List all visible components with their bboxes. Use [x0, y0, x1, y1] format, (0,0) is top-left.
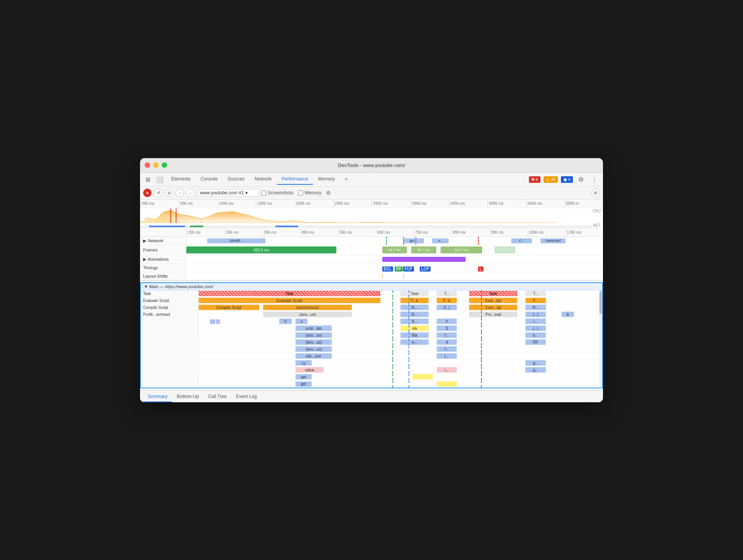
vertical-scrollbar[interactable] [599, 290, 602, 388]
warning-icon: ⚠ [546, 177, 550, 182]
flame-content-4: V v $... V i... [199, 318, 602, 325]
layout-shifts-label: Layout Shifts [140, 272, 186, 280]
url-selector[interactable]: www.youtube.com #1 ▾ [197, 189, 259, 197]
info-badge[interactable]: ▣ 6 [561, 176, 573, 183]
clear-button[interactable]: ⊘ [165, 189, 173, 197]
network-block-2: gui... [403, 238, 424, 243]
minimize-button[interactable] [153, 162, 159, 168]
tab-more[interactable]: » [340, 174, 352, 185]
timings-content: DCL FP FCP LCP L [186, 264, 603, 272]
settings-icon[interactable]: ⚙ [576, 174, 586, 185]
get-block-1: get [296, 381, 312, 387]
animations-content [186, 255, 603, 263]
flame-chart[interactable]: Task Task Task T... Task T... [141, 290, 602, 388]
flame-content-8: (ano...us) f... [199, 346, 602, 353]
settings-small-icon[interactable]: ⚙ [326, 190, 331, 196]
ruler-mark-4: 2496 ms [294, 200, 333, 208]
error-badge[interactable]: ✖ 8 [529, 176, 540, 183]
flame-content-task: Task Task T... Task T... [199, 290, 602, 297]
open-paren-block: (... [437, 353, 457, 359]
i-block-2: i... [437, 367, 457, 373]
flame-content-7: (ano...us) e... d RF [199, 339, 602, 346]
get-block-0: get [296, 374, 312, 380]
paren-block: (...) [525, 326, 545, 331]
value-block: value [296, 367, 324, 373]
scrollbar-thumb[interactable] [599, 291, 602, 314]
profiling-block-2: Pro...ead [469, 312, 518, 317]
warning-badge[interactable]: ⚠ 30 [544, 176, 558, 183]
flame-row-4: V v $... V i... [141, 318, 602, 325]
ruler-mark-8: 4496 ms [449, 200, 487, 208]
download-button[interactable]: ↓ [186, 189, 195, 197]
anous-block-1: (ano...us) [296, 339, 332, 345]
console-badges: ✖ 8 ⚠ 30 ▣ 6 ⚙ ⋮ [529, 174, 600, 185]
d-block: d [437, 339, 457, 345]
tab-call-tree[interactable]: Call Tree [204, 391, 231, 402]
expand-icon-anim[interactable]: ▶ [143, 257, 146, 262]
ruler2-1: 296 ms [224, 228, 262, 236]
compile-block-5: R... [525, 305, 545, 310]
tab-summary[interactable]: Summary [143, 391, 172, 402]
profiling-block-3: (...) [525, 312, 545, 317]
close-button[interactable] [145, 162, 150, 168]
tab-event-log[interactable]: Event Log [231, 391, 262, 402]
ruler2-7: 896 ms [451, 228, 489, 236]
flame-content-evaluate: Evaluate Script F...k F...k Eval...ript … [199, 297, 602, 304]
tab-performance[interactable]: Performance [277, 174, 313, 185]
frame-1: 450.0 ms [186, 246, 336, 253]
net-chart [140, 225, 591, 228]
inspect-icon[interactable]: ⊞ [143, 174, 153, 185]
flame-label-12 [141, 374, 199, 380]
network-block-3: v... [432, 238, 449, 243]
tab-network[interactable]: Network [250, 174, 276, 185]
ruler-mark-2: 1496 ms [217, 200, 256, 208]
tab-elements[interactable]: Elements [167, 174, 195, 185]
upload-button[interactable]: ↑ [176, 189, 184, 197]
timing-dcl: DCL [382, 265, 393, 272]
task-block-4: T... [525, 291, 545, 296]
S-block: S [437, 326, 457, 331]
network-block-4: C... [511, 238, 532, 243]
memory-checkbox[interactable]: Memory [298, 190, 321, 196]
V-block-2: V [437, 319, 457, 324]
ruler2-9: 1096 ms [527, 228, 565, 236]
record-button[interactable]: ● [143, 189, 152, 197]
g-block-1: g... [525, 367, 545, 373]
flame-label-11 [141, 367, 199, 373]
tab-bottom-up[interactable]: Bottom-Up [172, 391, 203, 402]
svg-rect-3 [176, 208, 177, 223]
network-content: identifi... gui... v... C... Generatel [186, 237, 603, 245]
compile-block-1: (anonymous) [263, 305, 352, 310]
layout-shift-1 [382, 274, 383, 279]
tab-sources[interactable]: Sources [223, 174, 249, 185]
timing-l: L [478, 265, 483, 272]
xla-block: xla [400, 326, 429, 331]
reload-button[interactable]: ↺ [154, 189, 162, 197]
expand-icon[interactable]: ▶ [143, 238, 146, 243]
more-icon[interactable]: ⋮ [589, 174, 600, 185]
flame-content-profiling: (ano...us) R... Pro...ead (...) b [199, 311, 602, 318]
timing-fp: FP [395, 265, 403, 272]
tab-memory[interactable]: Memory [314, 174, 339, 185]
perf-settings-icon[interactable]: ⚙ [591, 189, 600, 197]
main-section: ▼ Main — https://www.youtube.com/ Task T… [140, 282, 603, 388]
layout-shift-2 [403, 274, 404, 279]
compile-block-3: F...l [437, 305, 457, 310]
flame-row-8: (ano...us) f... [141, 346, 602, 353]
animations-label: ▶ Animations [140, 255, 186, 263]
error-icon: ✖ [531, 177, 535, 182]
compile-block-0: Compile Script [199, 305, 259, 310]
flame-label-7 [141, 339, 199, 346]
frames-content: 450.0 ms 66.7 ms 66.7 ms 216.7 ms [186, 245, 603, 255]
url-label: www.youtube.com #1 [200, 190, 244, 196]
device-icon[interactable]: ⬜ [154, 174, 166, 185]
task-block-0: Task [199, 291, 380, 296]
flame-label-10 [141, 360, 199, 366]
flame-label-13 [141, 381, 199, 388]
cy-block: cy [296, 360, 312, 366]
frame-2: 66.7 ms [382, 246, 407, 253]
bottom-tabs: Summary Bottom-Up Call Tree Event Log [140, 390, 603, 402]
screenshots-checkbox[interactable]: Screenshots [261, 190, 294, 196]
tab-console[interactable]: Console [196, 174, 222, 185]
fullscreen-button[interactable] [162, 162, 167, 168]
